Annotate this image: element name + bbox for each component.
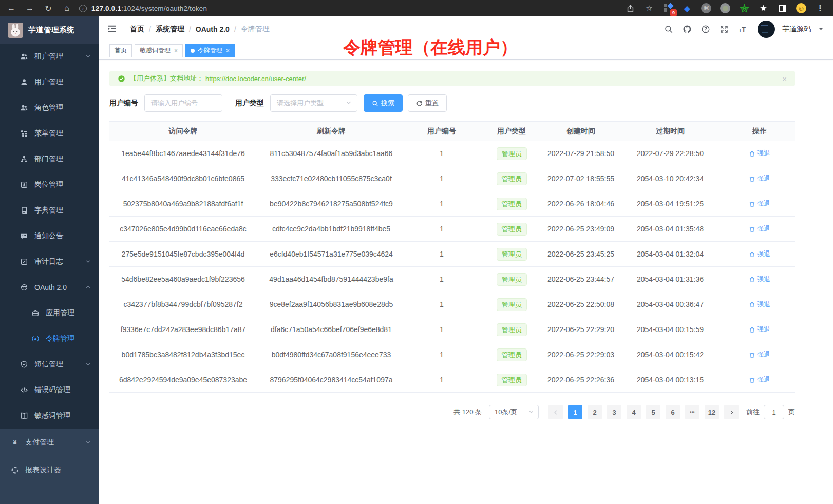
force-logout-button[interactable]: 强退 — [749, 300, 770, 309]
user-id-cell: 1 — [406, 242, 478, 266]
force-logout-button[interactable]: 强退 — [749, 350, 770, 359]
next-page-button[interactable] — [724, 405, 739, 419]
sidebar-item-report[interactable]: 报表设计器 — [0, 456, 99, 484]
action-cell: 强退 — [724, 166, 795, 191]
profile-avatar-icon[interactable]: ☺ — [796, 3, 807, 14]
alert-doc-link[interactable]: https://doc.iocoder.cn/user-center/ — [205, 75, 306, 83]
fullscreen-icon[interactable] — [718, 24, 730, 35]
user-id-input[interactable]: 请输入用户编号 — [144, 94, 222, 112]
search-button[interactable]: 搜索 — [364, 94, 403, 112]
reader-mode-extension-icon[interactable] — [777, 3, 788, 14]
home-icon[interactable]: ⌂ — [62, 4, 72, 13]
sidebar-item-dept[interactable]: 部门管理 — [0, 146, 99, 172]
username-label[interactable]: 芋道源码 — [782, 25, 811, 34]
force-logout-button[interactable]: 强退 — [749, 375, 770, 384]
reset-button[interactable]: 重置 — [408, 94, 447, 112]
sidebar-item-dict[interactable]: 字典管理 — [0, 198, 99, 223]
reload-icon[interactable]: ↻ — [43, 4, 53, 13]
page-size-select[interactable]: 10条/页 — [489, 405, 539, 419]
oauth-icon — [20, 283, 28, 292]
sidebar-item-pay[interactable]: ¥支付管理 — [0, 429, 99, 456]
chevron-down-icon[interactable] — [818, 25, 824, 34]
tab-敏感词管理[interactable]: 敏感词管理× — [135, 44, 183, 57]
page-button-12[interactable]: 12 — [705, 405, 719, 419]
tab-首页[interactable]: 首页 — [109, 44, 132, 57]
chevron-down-icon — [85, 360, 91, 369]
sidebar-item-sensitive[interactable]: 敏感词管理 — [0, 403, 99, 429]
github-icon[interactable] — [681, 24, 693, 35]
force-logout-button[interactable]: 强退 — [749, 199, 770, 208]
force-logout-button[interactable]: 强退 — [749, 174, 770, 183]
tab-label: 首页 — [115, 46, 127, 55]
sidebar-item-oauth2[interactable]: OAuth 2.0 — [0, 275, 99, 300]
sidebar-item-label: 报表设计器 — [25, 466, 61, 475]
close-icon[interactable]: × — [226, 47, 230, 54]
gem-extension-icon[interactable]: ◆ — [681, 3, 693, 14]
user-type-select[interactable]: 请选择用户类型 — [270, 94, 357, 112]
page-button-6[interactable]: 6 — [666, 405, 680, 419]
sidebar-item-user[interactable]: 用户管理 — [0, 69, 99, 95]
page-buttons: 123456•••12 — [565, 405, 722, 419]
breadcrumb-separator: / — [189, 25, 191, 33]
page-button-3[interactable]: 3 — [607, 405, 621, 419]
sidebar-fold-icon[interactable] — [107, 24, 118, 35]
back-icon[interactable]: ← — [6, 4, 16, 13]
user-avatar[interactable] — [758, 21, 775, 38]
sidebar-item-label: 租户管理 — [34, 52, 63, 61]
trash-icon — [749, 377, 755, 383]
sidebar-item-audit[interactable]: 审计日志 — [0, 249, 99, 275]
sidebar-item-menu[interactable]: 菜单管理 — [0, 121, 99, 146]
page-button-5[interactable]: 5 — [646, 405, 660, 419]
extensions-group-icon[interactable]: 9 — [662, 3, 674, 14]
user-type-badge: 管理员 — [497, 248, 527, 261]
sidebar-item-tenant[interactable]: 租户管理 — [0, 44, 99, 69]
access-token-cell: b0d1785bc3a8482f812db4a3f3bd15ec — [109, 342, 257, 367]
breadcrumb-item[interactable]: 首页 — [130, 25, 144, 34]
created-time-cell: 2022-06-25 23:49:09 — [545, 217, 616, 241]
action-cell: 强退 — [724, 141, 795, 166]
close-icon[interactable]: × — [174, 47, 178, 54]
chevron-down-icon — [85, 52, 91, 61]
access-token-cell: f9336e7c7dd242a283ee98dc86b17a87 — [109, 317, 257, 342]
sidebar-item-oauth2-token[interactable]: A令牌管理 — [0, 326, 99, 352]
search-icon[interactable] — [663, 24, 674, 35]
page-button-1[interactable]: 1 — [568, 405, 582, 419]
sidebar-item-sms[interactable]: 短信管理 — [0, 352, 99, 377]
breadcrumb-item[interactable]: 系统管理 — [156, 25, 184, 34]
page-button-2[interactable]: 2 — [588, 405, 602, 419]
share-icon[interactable] — [624, 3, 636, 14]
force-logout-button[interactable]: 强退 — [749, 149, 770, 158]
sidebar-item-errcode[interactable]: 错误码管理 — [0, 377, 99, 403]
alert-close-icon[interactable]: × — [782, 74, 787, 83]
dot-extension-icon[interactable] — [720, 3, 731, 14]
sidebar-item-label: OAuth 2.0 — [34, 283, 67, 292]
command-extension-icon[interactable]: ⌘ — [701, 3, 712, 14]
sidebar-item-oauth2-app[interactable]: 应用管理 — [0, 300, 99, 326]
sidebar-item-role[interactable]: 角色管理 — [0, 95, 99, 121]
pinwheel-extension-icon[interactable] — [758, 3, 769, 14]
breadcrumb-item[interactable]: OAuth 2.0 — [196, 25, 230, 33]
help-icon[interactable] — [700, 24, 711, 35]
goto-page-input[interactable]: 1 — [764, 405, 784, 419]
sidebar-item-post[interactable]: 岗位管理 — [0, 172, 99, 198]
sidebar-header[interactable]: 芋道管理系统 — [0, 16, 99, 44]
address-bar[interactable]: i 127.0.0.1:1024/system/oauth2/token — [79, 5, 624, 12]
page-button-4[interactable]: 4 — [627, 405, 641, 419]
token-icon: A — [31, 335, 40, 343]
forward-icon[interactable]: → — [25, 4, 35, 13]
sidebar-item-notice[interactable]: 通知公告 — [0, 223, 99, 249]
tab-令牌管理[interactable]: 令牌管理× — [185, 44, 235, 57]
prev-page-button[interactable] — [548, 405, 563, 419]
bookmark-star-icon[interactable]: ☆ — [643, 3, 655, 14]
force-logout-button[interactable]: 强退 — [749, 275, 770, 284]
dict-icon — [20, 206, 28, 215]
more-pages-button[interactable]: ••• — [685, 405, 699, 419]
force-logout-button[interactable]: 强退 — [749, 325, 770, 334]
browser-menu-icon[interactable]: ⋮ — [815, 3, 826, 14]
green-star-extension-icon[interactable] — [739, 3, 750, 14]
site-info-icon[interactable]: i — [79, 5, 87, 12]
force-logout-button[interactable]: 强退 — [749, 249, 770, 259]
force-logout-button[interactable]: 强退 — [749, 224, 770, 234]
font-size-icon[interactable]: TT — [737, 24, 748, 35]
yen-icon: ¥ — [10, 438, 19, 447]
